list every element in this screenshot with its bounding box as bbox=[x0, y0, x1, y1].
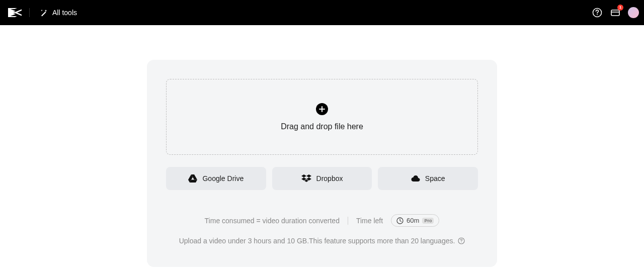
header-left: All tools bbox=[8, 8, 77, 17]
help-small-icon[interactable] bbox=[458, 237, 465, 244]
all-tools-button[interactable]: All tools bbox=[40, 9, 77, 17]
dropzone-label: Drag and drop file here bbox=[281, 122, 363, 131]
dropbox-button[interactable]: Dropbox bbox=[272, 167, 372, 190]
time-left-label: Time left bbox=[356, 217, 383, 225]
header-right: 1 bbox=[592, 7, 636, 18]
upload-hint-row: Upload a video under 3 hours and 10 GB.T… bbox=[166, 237, 478, 245]
all-tools-label: All tools bbox=[52, 9, 77, 17]
google-drive-button[interactable]: Google Drive bbox=[166, 167, 266, 190]
upload-card: Drag and drop file here Google Drive bbox=[147, 60, 497, 267]
pro-badge: Pro bbox=[422, 218, 434, 224]
dropbox-label: Dropbox bbox=[316, 174, 343, 183]
file-dropzone[interactable]: Drag and drop file here bbox=[166, 79, 478, 155]
svg-point-16 bbox=[461, 242, 462, 242]
upload-hint-text: Upload a video under 3 hours and 10 GB.T… bbox=[179, 237, 455, 245]
svg-point-3 bbox=[597, 14, 598, 15]
svg-marker-1 bbox=[15, 10, 22, 16]
plus-icon bbox=[319, 106, 325, 112]
svg-marker-13 bbox=[304, 179, 308, 182]
help-circle-icon bbox=[592, 8, 602, 18]
help-button[interactable] bbox=[592, 7, 603, 18]
info-divider bbox=[348, 217, 348, 225]
google-drive-icon bbox=[188, 174, 197, 183]
source-buttons-row: Google Drive Dropbox Space bbox=[166, 167, 478, 190]
time-consumed-text: Time consumed = video duration converted bbox=[205, 217, 340, 225]
time-info-row: Time consumed = video duration converted… bbox=[166, 214, 478, 227]
time-value: 60m bbox=[407, 217, 419, 224]
svg-rect-4 bbox=[611, 10, 619, 16]
notifications-button[interactable]: 1 bbox=[610, 7, 621, 18]
notification-badge: 1 bbox=[617, 5, 623, 11]
svg-marker-10 bbox=[306, 174, 311, 177]
app-header: All tools 1 bbox=[0, 0, 644, 25]
magic-wand-icon bbox=[40, 9, 48, 17]
google-drive-label: Google Drive bbox=[202, 174, 244, 183]
space-button[interactable]: Space bbox=[378, 167, 478, 190]
add-file-icon bbox=[316, 103, 328, 115]
capcut-logo-icon bbox=[8, 8, 22, 17]
time-remaining-pill[interactable]: 60m Pro bbox=[391, 214, 439, 227]
space-label: Space bbox=[425, 174, 445, 183]
clock-icon bbox=[396, 217, 404, 224]
user-avatar[interactable] bbox=[628, 7, 639, 18]
header-divider bbox=[29, 8, 30, 17]
cloud-icon bbox=[411, 175, 420, 182]
app-logo[interactable] bbox=[8, 8, 22, 17]
dropbox-icon bbox=[301, 174, 311, 183]
svg-marker-9 bbox=[301, 174, 306, 177]
main-content: Drag and drop file here Google Drive bbox=[0, 25, 644, 267]
